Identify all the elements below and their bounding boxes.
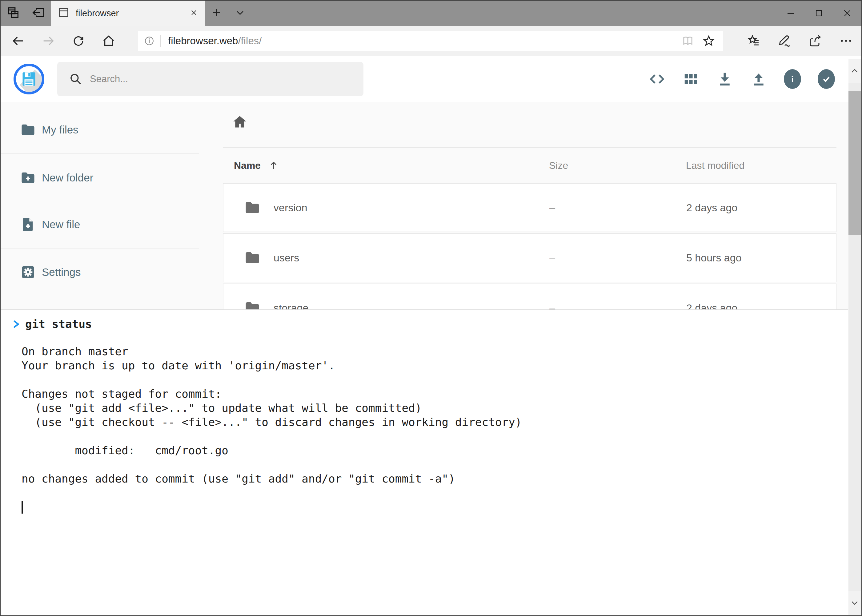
- file-info-icon: [787, 74, 798, 84]
- page-content: My files New folder New fi: [1, 56, 861, 615]
- set-tabs-aside-icon: [32, 6, 46, 21]
- sidebar-item-my-files[interactable]: My files: [1, 115, 199, 145]
- tab-filebrowser[interactable]: filebrowser: [51, 1, 205, 26]
- floppy-disk-icon: [20, 70, 38, 88]
- folder-icon: [244, 250, 261, 266]
- address-divider: [160, 35, 161, 47]
- url-path: /files/: [238, 35, 262, 46]
- new-tab-button[interactable]: [205, 1, 229, 26]
- titlebar: filebrowser: [1, 1, 861, 26]
- refresh-button[interactable]: [63, 26, 93, 56]
- download-icon: [717, 71, 733, 87]
- maximize-button[interactable]: [805, 1, 833, 26]
- favorites-hub-button[interactable]: [738, 26, 769, 56]
- raw-view-button[interactable]: [648, 69, 666, 89]
- pen-icon: [777, 33, 792, 48]
- chevron-up-icon: [850, 66, 859, 75]
- terminal-panel[interactable]: git status On branch master Your branch …: [1, 310, 848, 615]
- search-input[interactable]: [89, 73, 342, 85]
- book-icon: [681, 35, 694, 47]
- breadcrumb: [223, 102, 837, 130]
- search-box[interactable]: [57, 62, 364, 96]
- close-icon: [842, 8, 852, 18]
- sidebar-item-new-file[interactable]: New file: [1, 210, 199, 239]
- home-button[interactable]: [93, 26, 124, 56]
- tab-previews-icon: [6, 6, 20, 21]
- new-folder-icon: [20, 170, 36, 186]
- sidebar-item-settings[interactable]: Settings: [1, 258, 199, 287]
- sidebar-item-label: New file: [42, 218, 80, 231]
- switch-view-button[interactable]: [682, 69, 700, 89]
- scrollbar-thumb[interactable]: [848, 91, 861, 235]
- add-favorite-button[interactable]: [698, 34, 719, 48]
- search-icon: [69, 72, 82, 86]
- star-icon: [702, 34, 715, 48]
- folder-icon: [20, 122, 36, 138]
- navigation-bar: filebrowser.web/files/: [1, 26, 861, 56]
- upload-button[interactable]: [750, 69, 767, 89]
- plus-icon: [211, 7, 222, 19]
- terminal-command: git status: [25, 318, 92, 330]
- info-icon: [144, 36, 154, 46]
- tab-close-icon[interactable]: [189, 8, 198, 18]
- favorites-hub-icon: [746, 33, 761, 48]
- grid-view-icon: [682, 71, 699, 87]
- app-header: [1, 56, 861, 102]
- sidebar-item-label: My files: [42, 124, 79, 136]
- file-modified: 2 days ago: [686, 202, 836, 214]
- tab-title: filebrowser: [76, 8, 189, 19]
- scroll-up-button[interactable]: [848, 59, 861, 83]
- page-scrollbar[interactable]: [848, 59, 861, 615]
- download-button[interactable]: [716, 69, 733, 89]
- info-button[interactable]: [784, 69, 801, 89]
- table-row[interactable]: version – 2 days ago: [223, 183, 837, 232]
- close-window-button[interactable]: [833, 1, 861, 26]
- sidebar-item-label: Settings: [42, 266, 80, 278]
- minimize-button[interactable]: [777, 1, 805, 26]
- settings-menu-button[interactable]: [830, 26, 861, 56]
- back-icon: [11, 34, 25, 48]
- share-button[interactable]: [800, 26, 830, 56]
- back-button[interactable]: [3, 26, 33, 56]
- web-notes-button[interactable]: [769, 26, 800, 56]
- column-header-size[interactable]: Size: [549, 160, 686, 171]
- file-size: –: [549, 252, 686, 264]
- site-info-button[interactable]: [138, 36, 160, 46]
- tab-favicon: [58, 7, 69, 20]
- maximize-icon: [814, 9, 824, 18]
- file-size: –: [549, 202, 686, 214]
- sidebar-divider: [1, 248, 199, 248]
- home-icon: [102, 34, 116, 48]
- folder-icon: [244, 199, 261, 216]
- url-host: filebrowser.web: [168, 35, 238, 46]
- check-icon: [821, 73, 832, 85]
- column-name-label: Name: [234, 160, 261, 171]
- refresh-icon: [72, 34, 85, 48]
- code-icon: [648, 71, 666, 88]
- scroll-down-button[interactable]: [848, 591, 861, 615]
- tab-list-button[interactable]: [229, 1, 252, 26]
- column-header-name[interactable]: Name: [234, 160, 549, 171]
- filebrowser-logo[interactable]: [14, 64, 44, 94]
- sidebar-item-new-folder[interactable]: New folder: [1, 163, 199, 193]
- terminal-output: On branch master Your branch is up to da…: [1, 330, 848, 486]
- forward-button[interactable]: [33, 26, 63, 56]
- more-dots-icon: [839, 34, 853, 48]
- table-row[interactable]: users – 5 hours ago: [223, 233, 837, 282]
- reading-view-button[interactable]: [678, 35, 698, 47]
- url-text: filebrowser.web/files/: [168, 35, 262, 47]
- breadcrumb-home-button[interactable]: [232, 114, 248, 132]
- set-tabs-aside-button[interactable]: [26, 1, 51, 26]
- file-name: users: [274, 252, 299, 264]
- upload-icon: [750, 71, 767, 87]
- tab-previews-button[interactable]: [1, 1, 26, 26]
- sidebar-item-label: New folder: [42, 171, 93, 184]
- chevron-down-icon: [850, 598, 859, 607]
- sort-ascending-icon: [268, 160, 279, 171]
- select-button[interactable]: [818, 69, 835, 89]
- address-bar[interactable]: filebrowser.web/files/: [138, 31, 723, 51]
- breadcrumb-home-icon: [232, 114, 248, 130]
- list-header: Name Size Last modified: [223, 148, 837, 183]
- column-header-modified[interactable]: Last modified: [686, 160, 837, 171]
- minimize-icon: [786, 9, 795, 18]
